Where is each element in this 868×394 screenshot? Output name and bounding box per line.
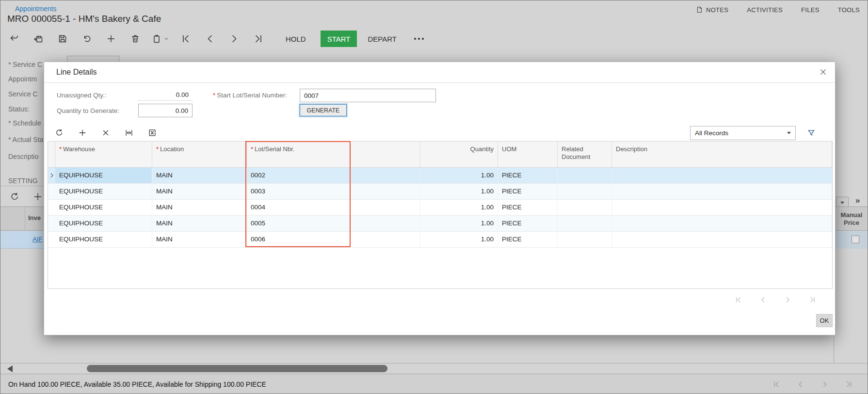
cell-lot-serial[interactable]: 0004 — [247, 200, 350, 215]
column-description[interactable]: Description — [612, 142, 832, 167]
cell-uom[interactable]: PIECE — [498, 200, 558, 215]
generate-button[interactable]: GENERATE — [300, 104, 347, 116]
cell-location[interactable]: MAIN — [152, 168, 247, 183]
previous-page-icon[interactable] — [759, 296, 767, 303]
cell-related-document[interactable] — [558, 216, 612, 231]
cell-quantity[interactable]: 1.00 — [420, 232, 498, 247]
files-menu-item[interactable]: FILES — [801, 6, 820, 14]
next-page-icon[interactable] — [821, 380, 829, 388]
grid-add-row-button[interactable] — [76, 126, 89, 140]
save-and-close-button[interactable] — [31, 31, 46, 47]
previous-page-icon[interactable] — [797, 380, 804, 388]
cell-lot-serial[interactable]: 0005 — [247, 216, 350, 231]
last-record-button[interactable] — [251, 31, 266, 47]
required-marker: * — [251, 145, 253, 153]
hold-button[interactable]: HOLD — [284, 35, 308, 43]
side-panel-icon[interactable]: » — [855, 196, 860, 205]
column-location[interactable]: *Location — [152, 142, 247, 167]
table-row[interactable]: EQUIPHOUSE MAIN 0004 1.00 PIECE — [48, 200, 832, 216]
bg-inventory-link[interactable]: AIF — [32, 236, 43, 243]
cell-description[interactable] — [612, 184, 832, 199]
next-record-button[interactable] — [226, 31, 242, 47]
cell-uom[interactable]: PIECE — [498, 216, 558, 231]
bg-right-panel: » Manual Price — [834, 193, 868, 363]
last-page-icon[interactable] — [809, 296, 816, 303]
delete-record-button[interactable] — [128, 31, 143, 47]
cell-uom[interactable]: PIECE — [498, 184, 558, 199]
cell-description[interactable] — [612, 232, 832, 247]
cell-uom[interactable]: PIECE — [498, 232, 558, 247]
back-button[interactable] — [6, 31, 22, 47]
cell-lot-serial[interactable]: 0006 — [247, 232, 350, 247]
scrollbar-thumb[interactable] — [87, 365, 387, 372]
start-lot-serial-input[interactable] — [300, 89, 436, 102]
unassigned-qty-value: 0.00 — [138, 90, 193, 101]
first-page-icon[interactable] — [772, 380, 780, 388]
cell-description[interactable] — [612, 200, 832, 215]
row-selector-cell — [48, 232, 55, 247]
next-page-icon[interactable] — [784, 296, 791, 303]
cell-warehouse[interactable]: EQUIPHOUSE — [55, 216, 152, 231]
cell-location[interactable]: MAIN — [152, 216, 247, 231]
activities-menu-item[interactable]: ACTIVITIES — [747, 6, 783, 14]
save-button[interactable] — [55, 31, 70, 47]
cell-description[interactable] — [612, 168, 832, 183]
copy-paste-button[interactable] — [152, 34, 169, 44]
column-warehouse[interactable]: *Warehouse — [55, 142, 152, 167]
cell-quantity[interactable]: 1.00 — [420, 184, 498, 199]
start-button[interactable]: START — [321, 31, 357, 47]
cell-lot-serial[interactable]: 0003 — [247, 184, 350, 199]
cell-location[interactable]: MAIN — [152, 184, 247, 199]
cell-related-document[interactable] — [558, 200, 612, 215]
cell-warehouse[interactable]: EQUIPHOUSE — [55, 184, 152, 199]
cell-warehouse[interactable]: EQUIPHOUSE — [55, 200, 152, 215]
cell-location[interactable]: MAIN — [152, 200, 247, 215]
cell-lot-serial[interactable]: 0002 — [247, 168, 350, 183]
cell-quantity[interactable]: 1.00 — [420, 216, 498, 231]
quantity-to-generate-input[interactable] — [138, 104, 193, 117]
previous-record-button[interactable] — [202, 31, 218, 47]
export-excel-button[interactable] — [145, 126, 159, 140]
cell-related-document[interactable] — [558, 232, 612, 247]
close-dialog-button[interactable] — [819, 68, 827, 76]
grid-refresh-button[interactable] — [52, 126, 66, 140]
depart-button[interactable]: DEPART — [366, 35, 398, 43]
filter-settings-button[interactable] — [804, 126, 818, 140]
column-quantity[interactable]: Quantity — [420, 142, 498, 167]
cell-related-document[interactable] — [558, 168, 612, 183]
fit-columns-button[interactable] — [122, 126, 136, 140]
cell-description[interactable] — [612, 216, 832, 231]
column-related-document[interactable]: Related Document — [558, 142, 612, 167]
cell-quantity[interactable]: 1.00 — [420, 200, 498, 215]
bg-add-row-button[interactable] — [31, 189, 45, 204]
notes-menu-item[interactable]: NOTES — [695, 6, 728, 14]
tools-menu-item[interactable]: TOOLS — [838, 6, 860, 14]
more-options-button[interactable] — [414, 38, 424, 40]
first-page-icon[interactable] — [735, 296, 742, 303]
column-uom[interactable]: UOM — [498, 142, 558, 167]
cell-empty — [350, 216, 420, 231]
manual-price-checkbox[interactable] — [852, 236, 859, 243]
table-row[interactable]: EQUIPHOUSE MAIN 0005 1.00 PIECE — [48, 216, 832, 232]
cell-warehouse[interactable]: EQUIPHOUSE — [55, 168, 152, 183]
last-page-icon[interactable] — [845, 380, 853, 388]
table-row[interactable]: EQUIPHOUSE MAIN 0006 1.00 PIECE — [48, 232, 832, 248]
scroll-left-icon[interactable] — [7, 365, 13, 372]
column-lot-serial[interactable]: *Lot/Serial Nbr. — [247, 142, 350, 167]
cell-uom[interactable]: PIECE — [498, 168, 558, 183]
bg-refresh-button[interactable] — [7, 189, 22, 204]
cell-location[interactable]: MAIN — [152, 232, 247, 247]
add-record-button[interactable] — [103, 31, 119, 47]
grid-delete-row-button[interactable] — [99, 126, 113, 140]
cell-related-document[interactable] — [558, 184, 612, 199]
first-record-button[interactable] — [178, 31, 193, 47]
cell-empty — [350, 168, 420, 183]
table-row[interactable]: EQUIPHOUSE MAIN 0003 1.00 PIECE — [48, 184, 832, 200]
ok-button[interactable]: OK — [816, 314, 833, 327]
breadcrumb[interactable]: Appointments — [15, 5, 57, 13]
filter-scope-dropdown[interactable]: All Records — [690, 126, 796, 140]
cell-warehouse[interactable]: EQUIPHOUSE — [55, 232, 152, 247]
undo-button[interactable] — [79, 31, 95, 47]
cell-quantity[interactable]: 1.00 — [420, 168, 498, 183]
table-row[interactable]: EQUIPHOUSE MAIN 0002 1.00 PIECE — [48, 168, 832, 184]
